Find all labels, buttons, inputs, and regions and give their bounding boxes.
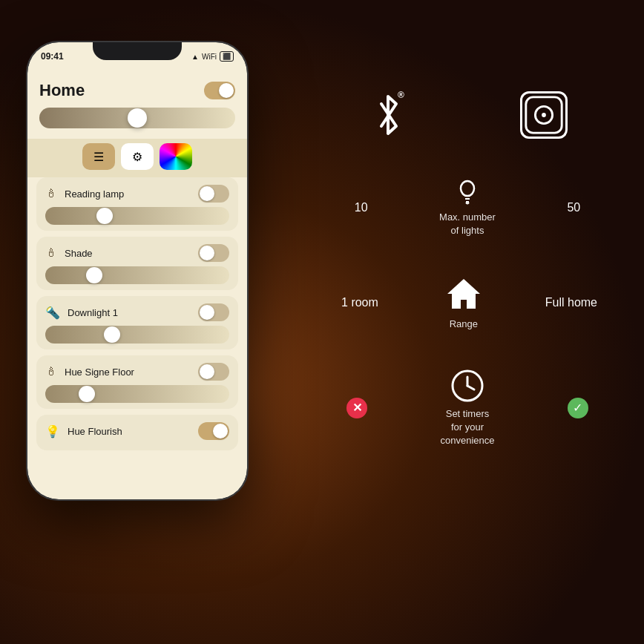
light-name-flourish: Hue Flourish — [68, 426, 122, 437]
home-title: Home — [39, 81, 85, 100]
toggle-knob — [200, 305, 214, 320]
light-item-downlight: 🔦 Downlight 1 — [36, 296, 238, 349]
light-slider-downlight[interactable] — [45, 326, 229, 344]
bulb-icon-shade: 🕯 — [45, 246, 57, 260]
slider-thumb[interactable] — [104, 326, 120, 343]
power-button — [247, 131, 249, 176]
top-icons-row: ® — [312, 89, 623, 141]
bridge-device-icon — [520, 91, 568, 139]
svg-point-4 — [461, 181, 474, 196]
house-icon — [444, 275, 483, 313]
timers-label: Set timers for your convenience — [440, 407, 494, 448]
max-lights-center: Max. number of lights — [423, 178, 512, 237]
tab-list[interactable]: ☰ — [82, 143, 115, 170]
light-name-shade: Shade — [65, 248, 93, 259]
home-header: Home — [27, 75, 247, 108]
bridge-svg — [522, 93, 565, 137]
tab-scenes[interactable]: ⚙ — [121, 143, 154, 170]
light-item-signe: 🕯 Hue Signe Floor — [36, 355, 238, 409]
light-slider-shade[interactable] — [45, 266, 229, 284]
toggle-knob — [200, 186, 214, 201]
bulb-icon-flourish: 💡 — [45, 424, 60, 438]
bluetooth-no-timers: ✕ — [346, 398, 367, 418]
bulb-icon-downlight: 🔦 — [45, 306, 60, 320]
svg-marker-8 — [447, 279, 480, 309]
light-toggle-signe[interactable] — [198, 363, 229, 381]
timers-center: Set timers for your convenience — [423, 369, 512, 448]
signal-icon: ▲ — [191, 53, 199, 61]
comparison-panel: ® 10 Max. number — [312, 59, 623, 616]
phone-mockup: 09:41 ▲ WiFi ⬛ Home — [26, 41, 256, 620]
light-name-downlight: Downlight 1 — [68, 307, 118, 318]
toggle-knob — [200, 364, 214, 379]
light-bulb-icon — [459, 178, 476, 206]
clock-icon — [450, 369, 484, 403]
bluetooth-icon: ® — [368, 89, 408, 141]
slider-thumb[interactable] — [96, 208, 113, 224]
svg-line-11 — [467, 386, 474, 390]
svg-point-3 — [542, 113, 546, 117]
phone-frame: 09:41 ▲ WiFi ⬛ Home — [26, 41, 249, 501]
notch — [93, 42, 182, 60]
status-icons: ▲ WiFi ⬛ — [191, 51, 234, 62]
bridge-range: Full home — [545, 296, 597, 309]
brightness-track[interactable] — [39, 108, 235, 128]
toggle-knob — [219, 83, 234, 98]
svg-text:®: ® — [398, 90, 404, 100]
light-name-reading: Reading lamp — [65, 188, 124, 200]
timers-row: ✕ Set timers for your convenience ✓ — [312, 369, 623, 448]
light-name-signe: Hue Signe Floor — [65, 367, 134, 378]
max-lights-label: Max. number of lights — [439, 211, 496, 237]
light-toggle-reading[interactable] — [198, 185, 229, 203]
toggle-knob — [213, 424, 228, 438]
tab-colors[interactable] — [160, 143, 192, 170]
light-item-flourish: 💡 Hue Flourish — [36, 415, 238, 450]
light-toggle-shade[interactable] — [198, 244, 229, 262]
cross-icon: ✕ — [352, 401, 362, 415]
wifi-icon: WiFi — [202, 53, 217, 61]
brightness-row — [27, 108, 247, 139]
check-icon: ✓ — [573, 401, 582, 415]
bridge-has-timers: ✓ — [568, 398, 588, 418]
light-item-reading-lamp: 🕯 Reading lamp — [36, 177, 238, 231]
battery-icon: ⬛ — [220, 51, 234, 62]
slider-thumb[interactable] — [79, 386, 95, 402]
range-label: Range — [450, 318, 478, 331]
toggle-knob — [200, 246, 214, 260]
bridge-column-header — [520, 91, 568, 139]
max-lights-row: 10 Max. number of lights 50 — [312, 178, 623, 237]
brightness-thumb[interactable] — [128, 108, 147, 128]
bulb-icon-signe: 🕯 — [45, 365, 57, 378]
bluetooth-range: 1 room — [338, 296, 382, 309]
lights-list: 🕯 Reading lamp 🕯 — [27, 177, 247, 456]
light-slider-reading[interactable] — [45, 207, 229, 225]
slider-thumb[interactable] — [86, 267, 102, 283]
bluetooth-column-header: ® — [368, 89, 408, 141]
range-center: Range — [419, 275, 508, 331]
home-toggle[interactable] — [204, 82, 235, 99]
light-item-shade: 🕯 Shade — [36, 237, 238, 290]
bulb-icon-reading: 🕯 — [45, 187, 57, 200]
tabs-row: ☰ ⚙ — [27, 139, 247, 177]
range-row: 1 room Range Full home — [312, 275, 623, 331]
light-slider-signe[interactable] — [45, 385, 229, 403]
status-time: 09:41 — [41, 51, 64, 62]
phone-screen: 09:41 ▲ WiFi ⬛ Home — [27, 42, 247, 499]
bluetooth-max-lights: 10 — [339, 201, 384, 214]
light-toggle-downlight[interactable] — [198, 303, 229, 321]
bridge-max-lights: 50 — [551, 201, 596, 214]
light-toggle-flourish[interactable] — [198, 422, 229, 440]
